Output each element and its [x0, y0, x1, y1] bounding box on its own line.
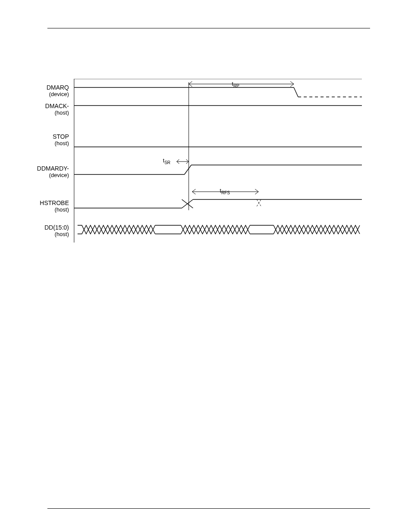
label-dd: DD(15:0) (host)	[41, 224, 69, 238]
waveform-svg	[69, 79, 362, 251]
signal-name: DDMARDY-	[37, 165, 69, 172]
page-top-rule	[47, 28, 370, 28]
svg-line-9	[184, 165, 191, 174]
label-stop: STOP (host)	[43, 133, 69, 147]
label-dmarq: DMARQ (device)	[43, 84, 69, 98]
signal-name: DMACK-	[45, 103, 69, 109]
signal-name: DD(15:0)	[44, 224, 69, 231]
signal-role: (device)	[37, 172, 69, 179]
signal-role: (device)	[43, 91, 69, 98]
timing-diagram: DMARQ (device) DMACK- (host) STOP (host)…	[69, 79, 358, 251]
svg-line-3	[294, 87, 298, 97]
label-ddmardy: DDMARDY- (device)	[37, 165, 69, 179]
signal-role: (host)	[43, 140, 69, 147]
signal-role: (host)	[43, 109, 69, 116]
page-bottom-rule	[47, 508, 370, 509]
signal-name: STOP	[53, 133, 69, 140]
label-dmack: DMACK- (host)	[43, 103, 69, 116]
label-hstrobe: HSTROBE (host)	[37, 199, 69, 213]
signal-role: (host)	[41, 231, 69, 238]
signal-name: DMARQ	[47, 84, 69, 91]
signal-name: HSTROBE	[40, 199, 69, 206]
signal-role: (host)	[37, 206, 69, 213]
